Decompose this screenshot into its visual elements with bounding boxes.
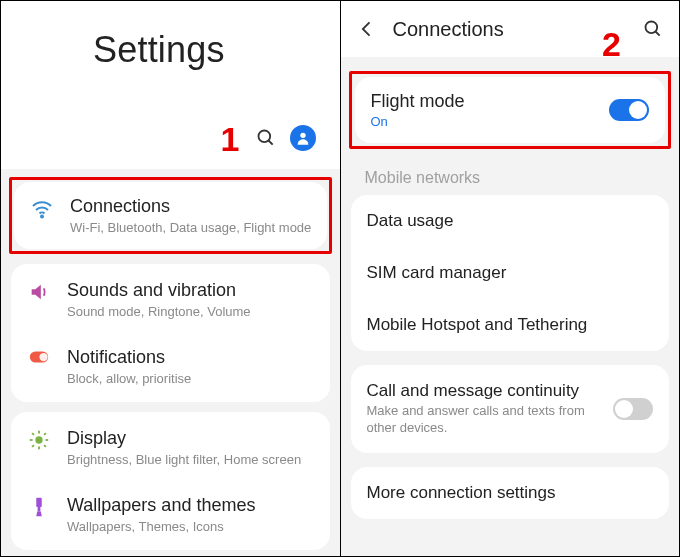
settings-screen: Settings 1	[1, 1, 341, 556]
connections-group-card: Data usage SIM card manager Mobile Hotsp…	[351, 195, 670, 351]
sun-icon	[25, 427, 53, 451]
annotation-step-2: 2	[602, 25, 621, 64]
row-text: Wallpapers and themes Wallpapers, Themes…	[67, 494, 316, 535]
row-text: Sounds and vibration Sound mode, Rington…	[67, 279, 316, 320]
more-settings-card: More connection settings	[351, 467, 670, 519]
svg-rect-16	[38, 507, 41, 512]
row-subtitle: Block, allow, prioritise	[67, 370, 316, 388]
mobile-networks-label: Mobile networks	[341, 149, 680, 195]
sim-card-manager-row[interactable]: SIM card manager	[351, 247, 670, 299]
svg-line-13	[32, 445, 34, 447]
row-text: Notifications Block, allow, prioritise	[67, 346, 316, 387]
toggle-knob	[615, 400, 633, 418]
flight-mode-status: On	[371, 114, 610, 129]
row-title: Wallpapers and themes	[67, 494, 316, 517]
row-subtitle: Brightness, Blue light filter, Home scre…	[67, 451, 316, 469]
row-title: Data usage	[367, 211, 654, 231]
svg-line-18	[656, 32, 660, 36]
svg-point-0	[258, 131, 270, 143]
svg-point-6	[35, 436, 42, 443]
svg-line-11	[32, 433, 34, 435]
row-title: Mobile Hotspot and Tethering	[367, 315, 654, 335]
header-actions	[256, 125, 316, 151]
row-title: SIM card manager	[367, 263, 654, 283]
settings-row-display[interactable]: Display Brightness, Blue light filter, H…	[11, 414, 330, 481]
row-text: Flight mode On	[371, 91, 610, 129]
svg-line-12	[44, 445, 46, 447]
svg-line-14	[44, 433, 46, 435]
speaker-icon	[25, 279, 53, 303]
continuity-toggle[interactable]	[613, 398, 653, 420]
svg-point-3	[41, 216, 43, 218]
flight-mode-row[interactable]: Flight mode On	[355, 77, 666, 143]
notifications-icon	[25, 346, 53, 366]
settings-row-notifications[interactable]: Notifications Block, allow, prioritise	[11, 333, 330, 400]
screenshot-container: Settings 1	[0, 0, 680, 557]
more-connection-settings-row[interactable]: More connection settings	[351, 467, 670, 519]
svg-point-5	[39, 353, 47, 361]
svg-point-17	[646, 22, 658, 34]
row-text: Display Brightness, Blue light filter, H…	[67, 427, 316, 468]
page-title: Connections	[393, 18, 628, 41]
brush-icon	[25, 494, 53, 518]
call-message-continuity-row[interactable]: Call and message continuity Make and ans…	[351, 365, 670, 453]
settings-row-sounds[interactable]: Sounds and vibration Sound mode, Rington…	[11, 266, 330, 333]
svg-rect-15	[36, 498, 42, 507]
row-subtitle: Wi-Fi, Bluetooth, Data usage, Flight mod…	[70, 219, 313, 237]
row-title: Notifications	[67, 346, 316, 369]
page-title: Settings	[19, 21, 322, 71]
connections-screen: Connections 2 Flight mode On	[341, 1, 680, 556]
svg-point-2	[300, 133, 305, 138]
row-text: Connections Wi-Fi, Bluetooth, Data usage…	[70, 195, 313, 236]
mobile-hotspot-row[interactable]: Mobile Hotspot and Tethering	[351, 299, 670, 351]
row-title: Display	[67, 427, 316, 450]
row-title: Connections	[70, 195, 313, 218]
settings-card: Connections Wi-Fi, Bluetooth, Data usage…	[14, 182, 327, 249]
row-title: Call and message continuity	[367, 381, 614, 401]
settings-card: Sounds and vibration Sound mode, Rington…	[11, 264, 330, 402]
continuity-card: Call and message continuity Make and ans…	[351, 365, 670, 453]
row-title: Sounds and vibration	[67, 279, 316, 302]
settings-header: Settings 1	[1, 1, 340, 169]
row-title: More connection settings	[367, 483, 654, 503]
search-icon[interactable]	[256, 128, 276, 148]
annotation-step-1: 1	[221, 120, 240, 159]
row-text: Call and message continuity Make and ans…	[367, 381, 614, 437]
flight-mode-highlight: Flight mode On	[349, 71, 672, 149]
connections-highlight: Connections Wi-Fi, Bluetooth, Data usage…	[9, 177, 332, 254]
settings-row-wallpapers[interactable]: Wallpapers and themes Wallpapers, Themes…	[11, 481, 330, 548]
settings-card: Display Brightness, Blue light filter, H…	[11, 412, 330, 550]
back-icon[interactable]	[357, 19, 377, 39]
search-icon[interactable]	[643, 19, 663, 39]
settings-row-connections[interactable]: Connections Wi-Fi, Bluetooth, Data usage…	[14, 182, 327, 249]
profile-avatar[interactable]	[290, 125, 316, 151]
toggle-knob	[629, 101, 647, 119]
wifi-icon	[28, 195, 56, 221]
row-subtitle: Make and answer calls and texts from oth…	[367, 403, 614, 437]
connections-header: Connections	[341, 1, 680, 57]
row-title: Flight mode	[371, 91, 610, 112]
svg-line-1	[268, 141, 272, 145]
flight-mode-toggle[interactable]	[609, 99, 649, 121]
row-subtitle: Sound mode, Ringtone, Volume	[67, 303, 316, 321]
row-subtitle: Wallpapers, Themes, Icons	[67, 518, 316, 536]
data-usage-row[interactable]: Data usage	[351, 195, 670, 247]
connections-body: Flight mode On Mobile networks Data usag…	[341, 57, 680, 519]
